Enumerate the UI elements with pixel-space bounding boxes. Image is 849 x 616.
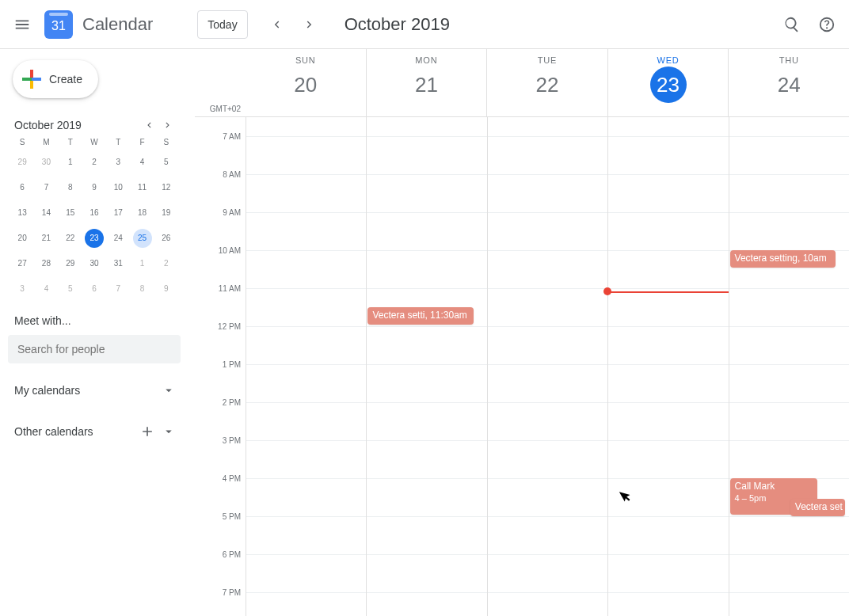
- calendar-event[interactable]: Vectera setti, 11:30am: [367, 307, 473, 325]
- help-button[interactable]: [811, 9, 843, 40]
- mini-cal-prev[interactable]: [139, 116, 158, 135]
- now-indicator-dot: [603, 287, 611, 295]
- mini-cal-day[interactable]: 21: [36, 229, 55, 248]
- mini-cal-day[interactable]: 31: [109, 254, 128, 273]
- mini-cal-day[interactable]: 8: [133, 279, 152, 298]
- mini-cal-day[interactable]: 4: [133, 153, 152, 172]
- mini-cal-dow: W: [83, 138, 105, 146]
- my-calendars-group[interactable]: My calendars: [8, 376, 181, 405]
- today-button[interactable]: Today: [197, 10, 247, 39]
- mini-cal-day[interactable]: 10: [109, 178, 128, 197]
- mini-cal-day[interactable]: 11: [133, 178, 152, 197]
- hour-label: 7 PM: [223, 588, 241, 597]
- day-column-header[interactable]: MON21: [366, 49, 487, 116]
- chevron-right-icon: [162, 120, 173, 131]
- chevron-left-icon: [269, 17, 284, 32]
- hour-label: 3 PM: [223, 436, 241, 445]
- add-calendar-button[interactable]: [136, 420, 158, 443]
- mini-cal-day[interactable]: 8: [61, 178, 80, 197]
- hour-label: 11 AM: [219, 284, 241, 293]
- mini-cal-day[interactable]: 5: [157, 153, 176, 172]
- mini-cal-day[interactable]: 29: [61, 254, 80, 273]
- mini-cal-day[interactable]: 9: [157, 279, 176, 298]
- event-time: , 11:30am: [424, 310, 466, 321]
- hour-label: 12 PM: [218, 322, 241, 331]
- period-nav: [261, 9, 326, 40]
- hour-label: 9 AM: [223, 208, 241, 217]
- search-people-input[interactable]: [8, 335, 181, 363]
- mini-cal-day[interactable]: 18: [133, 203, 152, 222]
- event-title: Vectera set: [795, 501, 843, 512]
- mini-cal-title: October 2019: [14, 119, 139, 131]
- hour-label: 7 AM: [223, 132, 241, 141]
- mini-cal-dow: S: [155, 138, 177, 146]
- day-number-label: 23: [650, 67, 687, 103]
- mini-cal-day[interactable]: 19: [157, 203, 176, 222]
- day-column-header[interactable]: SUN20: [246, 49, 366, 116]
- event-time: , 10am: [798, 253, 827, 264]
- mini-cal-day[interactable]: 29: [13, 153, 32, 172]
- hamburger-icon: [13, 16, 31, 33]
- mini-cal-day[interactable]: 12: [157, 178, 176, 197]
- mini-cal-day[interactable]: 2: [85, 153, 104, 172]
- mini-cal-day[interactable]: 6: [13, 178, 32, 197]
- mini-cal-day[interactable]: 13: [13, 203, 32, 222]
- mini-cal-day[interactable]: 4: [36, 279, 55, 298]
- mini-cal-day[interactable]: 3: [13, 279, 32, 298]
- hour-label: 8 AM: [223, 170, 241, 179]
- create-button[interactable]: Create: [13, 60, 98, 98]
- mini-cal-day[interactable]: 28: [36, 254, 55, 273]
- mini-cal-day[interactable]: 7: [36, 178, 55, 197]
- day-column-header[interactable]: WED23: [607, 49, 729, 116]
- time-grid[interactable]: 7 AM8 AM9 AM10 AM11 AM12 PM1 PM2 PM3 PM4…: [195, 117, 849, 616]
- calendar-event[interactable]: Vectera set: [790, 499, 845, 516]
- app-logo[interactable]: 31: [44, 10, 73, 39]
- plus-icon: [139, 424, 155, 439]
- sidebar: Create October 2019 SMTWTFS2930123456789…: [0, 49, 195, 616]
- mini-cal-day[interactable]: 30: [36, 153, 55, 172]
- mini-cal-day[interactable]: 1: [61, 153, 80, 172]
- mini-cal-day[interactable]: 3: [109, 153, 128, 172]
- mini-cal-day[interactable]: 27: [13, 254, 32, 273]
- mini-cal-day[interactable]: 17: [109, 203, 128, 222]
- mini-cal-day[interactable]: 23: [85, 229, 104, 248]
- mini-cal-day[interactable]: 5: [61, 279, 80, 298]
- mini-cal-day[interactable]: 16: [85, 203, 104, 222]
- mini-cal-day[interactable]: 6: [85, 279, 104, 298]
- day-column-header[interactable]: TUE22: [486, 49, 607, 116]
- next-period-button[interactable]: [294, 9, 326, 40]
- hour-gridline: [246, 516, 849, 517]
- mini-cal-day[interactable]: 26: [157, 229, 176, 248]
- hour-gridline: [246, 554, 849, 555]
- mini-cal-day[interactable]: 22: [61, 229, 80, 248]
- day-of-week-label: WED: [608, 55, 729, 65]
- search-button[interactable]: [776, 9, 808, 40]
- day-column-header[interactable]: THU24: [728, 49, 849, 116]
- day-gridline: [487, 117, 488, 616]
- day-of-week-label: SUN: [246, 55, 366, 65]
- search-icon: [783, 16, 801, 33]
- hour-label: 2 PM: [223, 398, 241, 407]
- mini-cal-day[interactable]: 7: [109, 279, 128, 298]
- mini-cal-day[interactable]: 1: [133, 254, 152, 273]
- day-gridline: [607, 117, 608, 616]
- mini-cal-day[interactable]: 15: [61, 203, 80, 222]
- prev-period-button[interactable]: [261, 9, 292, 40]
- hour-gridline: [246, 592, 849, 593]
- hour-label: 4 PM: [223, 474, 241, 483]
- main-menu-button[interactable]: [6, 9, 38, 40]
- mini-cal-next[interactable]: [158, 116, 177, 135]
- mini-cal-day[interactable]: 9: [85, 178, 104, 197]
- mini-cal-day[interactable]: 30: [85, 254, 104, 273]
- mini-cal-day[interactable]: 24: [109, 229, 128, 248]
- calendar-event[interactable]: Vectera setting, 10am: [730, 250, 836, 268]
- hour-gridline: [246, 212, 849, 213]
- mini-cal-day[interactable]: 20: [13, 229, 32, 248]
- mini-cal-day[interactable]: 25: [133, 229, 152, 248]
- mini-cal-day[interactable]: 14: [36, 203, 55, 222]
- day-gridline: [729, 117, 729, 616]
- hour-gridline: [246, 136, 849, 137]
- other-calendars-group[interactable]: Other calendars: [8, 417, 181, 446]
- chevron-right-icon: [303, 17, 317, 32]
- mini-cal-day[interactable]: 2: [157, 254, 176, 273]
